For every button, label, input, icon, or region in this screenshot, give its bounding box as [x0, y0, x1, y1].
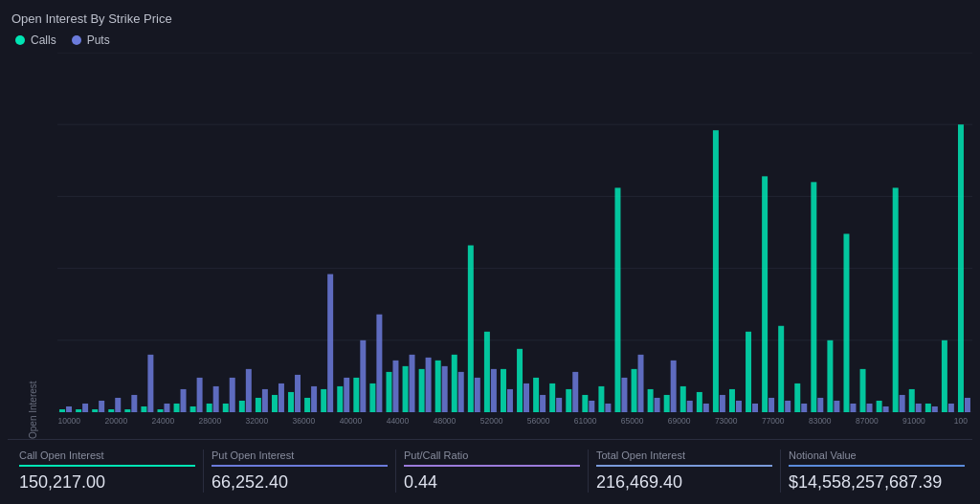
x-label: 87000: [856, 416, 880, 426]
x-label: [925, 416, 949, 426]
x-labels: 1000020000240002800032000360004000044000…: [57, 416, 972, 426]
x-label: [457, 416, 480, 426]
svg-rect-67: [507, 389, 513, 412]
svg-rect-72: [549, 383, 555, 412]
x-label: 77000: [761, 416, 785, 426]
svg-rect-73: [556, 398, 562, 412]
svg-rect-74: [566, 389, 571, 412]
x-label: [597, 416, 621, 426]
svg-rect-34: [239, 401, 245, 412]
chart-wrapper: 02.5k5k7.5k10k12.5k 10000200002400028000…: [57, 53, 972, 439]
x-label: 65000: [620, 416, 644, 426]
svg-rect-31: [213, 386, 219, 412]
svg-rect-44: [321, 389, 326, 412]
svg-rect-13: [66, 406, 72, 412]
svg-rect-90: [697, 392, 702, 412]
calls-dot: [15, 35, 25, 45]
svg-rect-30: [207, 404, 212, 412]
total-oi-label: Total Open Interest: [596, 449, 772, 467]
svg-rect-100: [778, 326, 784, 412]
y-axis-label: Open Interest: [28, 53, 38, 439]
svg-rect-57: [426, 358, 432, 412]
svg-rect-94: [729, 389, 735, 412]
call-oi-value: 150,217.00: [19, 472, 195, 493]
svg-rect-111: [867, 404, 873, 412]
svg-rect-51: [376, 315, 382, 412]
svg-rect-35: [246, 369, 252, 412]
svg-rect-33: [230, 378, 235, 412]
x-label: [269, 416, 293, 426]
svg-rect-75: [572, 372, 578, 412]
svg-rect-85: [655, 398, 660, 412]
svg-rect-16: [92, 409, 98, 412]
svg-rect-82: [632, 369, 637, 412]
svg-rect-99: [768, 398, 774, 412]
svg-rect-117: [916, 404, 922, 412]
legend-calls: Calls: [15, 33, 56, 47]
svg-rect-60: [452, 355, 457, 412]
x-label: 24000: [151, 416, 175, 426]
svg-rect-65: [491, 369, 497, 412]
svg-rect-37: [262, 389, 268, 412]
calls-label: Calls: [31, 33, 56, 47]
x-label: 69000: [667, 416, 691, 426]
svg-rect-19: [115, 398, 121, 412]
svg-rect-105: [817, 398, 823, 412]
notional-value: $14,558,257,687.39: [789, 472, 965, 493]
x-label: [175, 416, 199, 426]
stat-put-oi: Put Open Interest 66,252.40: [204, 449, 396, 493]
svg-rect-113: [883, 406, 889, 412]
svg-rect-36: [256, 398, 261, 412]
svg-rect-103: [801, 404, 807, 412]
x-label: [222, 416, 246, 426]
put-oi-label: Put Open Interest: [212, 449, 388, 467]
svg-rect-121: [948, 404, 954, 412]
svg-rect-26: [174, 404, 180, 412]
x-label: 48000: [433, 416, 457, 426]
chart-svg: 02.5k5k7.5k10k12.5k: [57, 53, 972, 412]
svg-rect-93: [720, 395, 725, 412]
svg-rect-58: [435, 361, 441, 412]
legend-puts: Puts: [72, 33, 110, 47]
svg-rect-70: [533, 378, 539, 412]
svg-rect-23: [147, 355, 153, 412]
x-label: 56000: [526, 416, 550, 426]
x-label: [879, 416, 902, 426]
main-container: Open Interest By Strike Price Calls Puts…: [0, 0, 980, 504]
svg-rect-62: [468, 246, 474, 412]
svg-rect-48: [353, 378, 359, 412]
x-label: 52000: [479, 416, 503, 426]
svg-rect-106: [827, 340, 833, 412]
x-label: 44000: [386, 416, 410, 426]
svg-rect-45: [327, 274, 333, 412]
svg-rect-24: [157, 409, 163, 412]
svg-rect-42: [304, 398, 310, 412]
x-label: [316, 416, 340, 426]
svg-rect-83: [638, 355, 644, 412]
x-label: [644, 416, 668, 426]
svg-rect-63: [475, 378, 480, 412]
svg-rect-15: [82, 404, 88, 412]
svg-rect-95: [736, 401, 742, 412]
x-label: [81, 416, 105, 426]
svg-rect-87: [671, 361, 677, 412]
svg-rect-76: [582, 395, 588, 412]
chart-title: Open Interest By Strike Price: [8, 11, 972, 26]
puts-dot: [72, 35, 81, 45]
stat-total-oi: Total Open Interest 216,469.40: [589, 449, 781, 493]
svg-rect-40: [288, 392, 294, 412]
svg-rect-25: [164, 404, 169, 412]
svg-rect-43: [311, 386, 317, 412]
svg-rect-38: [272, 395, 278, 412]
svg-rect-20: [124, 409, 130, 412]
x-label: [785, 416, 809, 426]
ratio-value: 0.44: [404, 472, 580, 493]
svg-rect-80: [614, 187, 620, 412]
svg-rect-29: [197, 378, 203, 412]
stat-notional: Notional Value $14,558,257,687.39: [781, 449, 972, 493]
svg-rect-114: [893, 187, 899, 412]
svg-rect-91: [703, 404, 709, 412]
svg-rect-86: [664, 395, 670, 412]
x-label: 83000: [809, 416, 833, 426]
notional-label: Notional Value: [789, 449, 965, 467]
